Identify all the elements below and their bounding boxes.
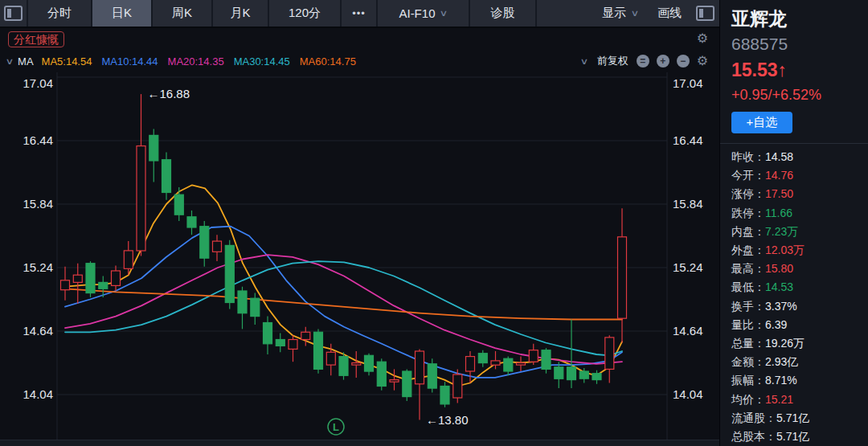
y-axis-label: 15.24 [673,260,703,274]
candle [276,340,285,346]
stock-name: 亚辉龙 [731,6,868,31]
candle [301,332,310,339]
chevron-down-icon: ∨ [631,8,640,18]
candle [365,355,374,371]
candle [377,362,386,386]
toolbar-spacer [537,0,592,27]
y-axis-label: 15.24 [23,260,53,274]
stat-value: 2.93亿 [765,355,798,368]
zoom-in-button[interactable]: + [657,55,669,68]
candle [416,351,424,384]
stat-label: 量比： [731,318,765,331]
candle [453,374,462,398]
quote-stats: 昨收：14.58今开：14.76涨停：17.50跌停：11.66内盘：7.23万… [731,148,868,446]
more-periods-button[interactable]: ••• [342,0,378,27]
stock-chart-app: 分时 日K 周K 月K 120分 ••• AI-F10 ∨ 诊股 显示 ∨ 画线… [0,0,868,446]
y-axis-label: 14.64 [23,324,53,338]
grid [57,72,667,440]
gear-icon[interactable]: ⚙ [697,32,708,45]
stat-value: 8.71% [765,374,797,387]
ma20-legend: MA20:14.35 [168,55,224,68]
candles [61,94,627,419]
draw-line-button[interactable]: 画线 [648,0,691,27]
candle [618,237,627,318]
stat-label: 跌停： [731,207,765,219]
tab-120min[interactable]: 120分 [269,0,342,27]
candle [86,264,95,293]
y-axis-label: 15.84 [673,197,703,211]
stat-value: 19.26万 [765,337,805,350]
candle [99,282,108,288]
candle [314,332,323,369]
stat-value: 15.80 [765,262,793,275]
candle [137,146,145,251]
y-axis-label: 17.04 [673,76,703,90]
tab-minute[interactable]: 分时 [28,0,92,27]
zoom-out-button[interactable]: − [677,55,690,68]
y-axis-label: 16.44 [23,133,53,147]
stat-value: 11.66 [765,207,792,219]
stat-label: 均价： [731,393,765,406]
candle [326,352,335,365]
price-change: +0.95/+6.52% [731,87,868,104]
candle [567,367,576,380]
candle [555,367,563,379]
candle [517,363,526,366]
y-axis-label: 15.84 [23,197,53,211]
candle [529,350,538,362]
ma-group-label: MA [18,55,34,68]
stat-value: 5.71亿 [776,430,809,443]
stat-row: 金额：2.93亿 [731,353,868,371]
stat-label: 昨收： [731,150,765,163]
candle [592,374,601,380]
reset-zoom-button[interactable]: = [637,55,649,68]
adjust-mode-selector[interactable]: 前复权 [597,54,628,68]
display-menu-button[interactable]: 显示 ∨ [592,0,648,27]
candle [352,363,361,366]
add-watchlist-button[interactable]: +自选 [731,112,792,133]
panel-right-icon [696,6,714,21]
y-axis-label: 14.64 [673,324,703,338]
price-annotation: ←16.88 [148,87,190,100]
stat-row: 流通股：5.71亿 [731,409,868,428]
candle [73,275,82,282]
candle [213,241,222,252]
stat-row: 跌停：11.66 [731,204,868,223]
stat-row: 昨收：14.58 [731,148,868,166]
stat-row: 均价：15.21 [731,391,868,409]
candle [478,354,487,363]
ma30-legend: MA30:14.45 [234,55,290,68]
collapse-ma-chevron-icon[interactable]: ∨ [6,56,14,67]
indicator-settings-gear-icon[interactable]: ⚙ [697,55,708,68]
last-price: 15.53↑ [731,59,868,81]
stat-label: 流通股： [731,411,776,424]
stat-label: 内盘： [731,225,765,238]
candle [149,135,158,161]
stock-code: 688575 [731,35,868,54]
stat-label: 最高： [731,262,765,275]
stat-label: 换手： [731,300,765,313]
tab-weekly-k[interactable]: 周K [153,0,213,27]
stat-value: 14.53 [765,280,793,293]
y-axis-label: 14.04 [23,387,53,401]
stat-value: 14.58 [765,150,793,163]
candle [174,194,183,215]
stat-row: 外盘：12.03万 [731,241,868,260]
tab-monthly-k[interactable]: 月K [213,0,269,27]
stat-label: 最低： [731,280,765,293]
stat-label: 金额： [731,355,765,368]
tab-ai-f10[interactable]: AI-F10 ∨ [378,0,470,27]
kline-chart[interactable]: 17.0417.0416.4416.4415.8415.8415.2415.24… [0,72,719,440]
toggle-left-panel-button[interactable] [0,0,28,27]
stat-label: 总股本： [731,430,776,443]
y-axis-labels: 17.0417.0416.4416.4415.8415.8415.2415.24… [23,76,702,401]
ma10-legend: MA10:14.44 [101,55,158,68]
candle [504,358,513,371]
candle [542,350,551,370]
ma-line-ma60 [65,288,622,319]
price-annotation: ←13.80 [426,413,469,427]
toggle-right-panel-button[interactable] [691,0,719,27]
dividend-concept-tag[interactable]: 分红慷慨 [8,31,64,47]
tab-diagnose[interactable]: 诊股 [470,0,537,27]
tab-daily-k[interactable]: 日K [92,0,153,27]
